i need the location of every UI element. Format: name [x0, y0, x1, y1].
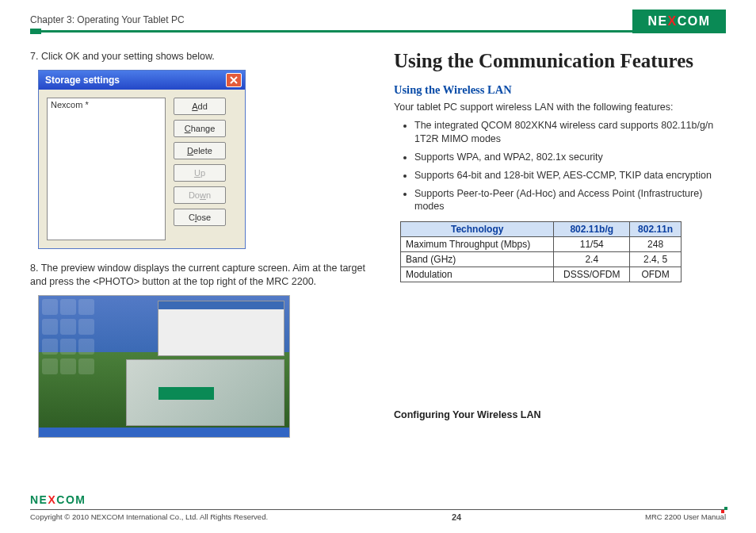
- chapter-title: Chapter 3: Operating Your Tablet PC: [30, 14, 726, 25]
- table-row: Band (GHz) 2.4 2.4, 5: [401, 252, 682, 267]
- footer-logo: NEXCOM: [30, 493, 86, 506]
- table-row: Modulation DSSS/OFDM OFDM: [401, 267, 682, 282]
- page-footer: NEXCOM Copyright © 2010 NEXCOM Internati…: [30, 509, 726, 522]
- delete-button[interactable]: Delete: [174, 142, 226, 159]
- doc-title: MRC 2200 User Manual: [645, 512, 726, 522]
- preview-screenshot: [38, 295, 290, 438]
- cell: 11/54: [554, 237, 630, 252]
- cell: 2.4: [554, 252, 630, 267]
- section-heading: Using the Communication Features: [394, 50, 726, 72]
- th-technology: Technology: [401, 222, 554, 237]
- add-button[interactable]: Add: [174, 98, 226, 115]
- cell: OFDM: [630, 267, 682, 282]
- list-item: The integrated QCOM 802XKN4 wireless car…: [414, 119, 726, 146]
- th-80211n: 802.11n: [630, 222, 682, 237]
- feature-list: The integrated QCOM 802XKN4 wireless car…: [394, 119, 726, 213]
- th-80211bg: 802.11b/g: [554, 222, 630, 237]
- step-8-text: 8. The preview window displays the curre…: [30, 262, 367, 289]
- storage-settings-window: Storage settings Nexcom * Add Change Del…: [38, 70, 246, 249]
- intro-text: Your tablet PC support wireless LAN with…: [394, 102, 726, 113]
- row-label: Band (GHz): [401, 252, 554, 267]
- window-title: Storage settings: [45, 75, 226, 86]
- list-item[interactable]: Nexcom *: [51, 100, 162, 109]
- row-label: Modulation: [401, 267, 554, 282]
- step-7-text: 7. Click OK and your setting shows below…: [30, 50, 367, 63]
- list-item: Supports Peer-to-Peer (Ad-Hoc) and Acces…: [414, 187, 726, 214]
- configuring-heading: Configuring Your Wireless LAN: [394, 409, 726, 420]
- copyright-text: Copyright © 2010 NEXCOM International Co…: [30, 512, 268, 522]
- cell: 248: [630, 237, 682, 252]
- down-button[interactable]: Down: [174, 186, 226, 204]
- close-button[interactable]: Close: [174, 209, 226, 226]
- subsection-heading: Using the Wireless LAN: [394, 83, 726, 97]
- close-icon[interactable]: [226, 73, 242, 87]
- page-number: 24: [452, 512, 461, 522]
- cell: DSSS/OFDM: [554, 267, 630, 282]
- list-item: Supports 64-bit and 128-bit WEP, AES-CCM…: [414, 169, 726, 182]
- change-button[interactable]: Change: [174, 120, 226, 137]
- page-header: Chapter 3: Operating Your Tablet PC NEXC…: [30, 14, 726, 33]
- cell: 2.4, 5: [630, 252, 682, 267]
- window-titlebar: Storage settings: [39, 71, 245, 90]
- row-label: Maximum Throughput (Mbps): [401, 237, 554, 252]
- footer-decor-icon: [721, 507, 727, 513]
- table-row: Maximum Throughput (Mbps) 11/54 248: [401, 237, 682, 252]
- list-item: Supports WPA, and WPA2, 802.1x security: [414, 151, 726, 164]
- storage-listbox[interactable]: Nexcom *: [47, 98, 166, 240]
- technology-table: Technology 802.11b/g 802.11n Maximum Thr…: [400, 221, 682, 282]
- up-button[interactable]: Up: [174, 164, 226, 182]
